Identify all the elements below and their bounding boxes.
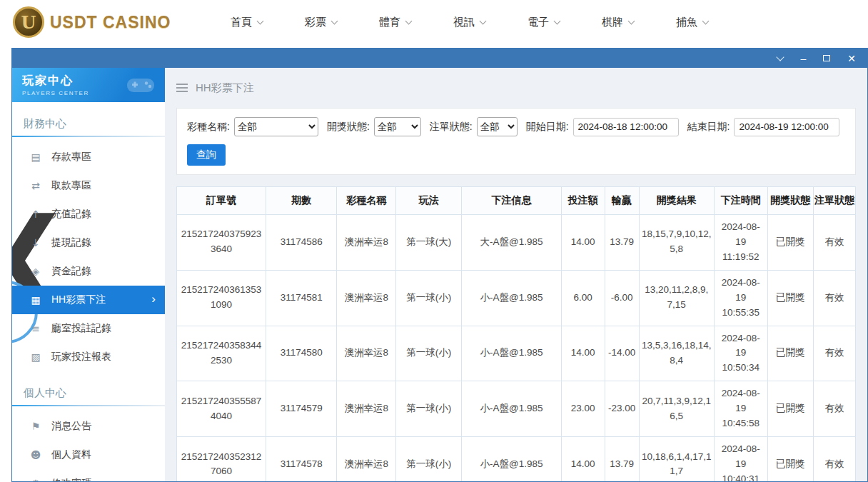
table-cell: 2024-08-19 10:55:35 [714, 270, 767, 326]
table-cell: 2024-08-19 11:19:52 [714, 215, 767, 271]
sidebar-item-room-bet-record[interactable]: ≡ 廳室投註記錄 [12, 314, 165, 343]
lottery-type-select[interactable]: 全部 [234, 117, 318, 136]
query-button[interactable]: 查詢 [187, 144, 226, 166]
table-cell: 20,7,11,3,9,12,16,5 [639, 381, 714, 437]
sidebar-item-withdraw-record[interactable]: ↓ 提現記錄 [12, 229, 165, 257]
table-cell: 2024-08-19 10:45:58 [714, 381, 767, 437]
sidebar-item-fund-record[interactable]: ◈ 資金記錄 [12, 257, 165, 286]
player-bet-report-icon: ▨ [29, 351, 42, 363]
window-maximize-button[interactable] [823, 55, 830, 61]
table-cell: 14.00 [561, 437, 605, 481]
chevron-down-icon [331, 17, 338, 24]
hamburger-menu-icon[interactable] [176, 87, 188, 89]
chevron-down-icon [702, 17, 710, 24]
table-cell: 小-A盤@1.985 [462, 437, 561, 481]
sidebar-item-recharge-record[interactable]: ↑ 充值記錄 [12, 200, 165, 229]
window-close-button[interactable]: ✕ [847, 54, 856, 64]
bets-table: 訂單號期數彩種名稱玩法下注信息投注額輸贏開獎結果下注時間開獎狀態注單狀態 215… [176, 186, 856, 481]
sidebar-item-label: 廳室投註記錄 [51, 322, 111, 335]
nav-item[interactable]: 電子 [506, 16, 580, 29]
nav-item[interactable]: 首頁 [209, 16, 283, 29]
end-date-label: 結束日期: [687, 121, 730, 134]
column-header: 開獎結果 [639, 187, 714, 215]
main-nav: 首頁 彩票 體育 視訊 電子 棋牌 捕魚 [209, 16, 729, 29]
sidebar-item-profile[interactable]: ☻ 個人資料 [12, 441, 165, 469]
sidebar-item-label: 充值記錄 [51, 208, 91, 221]
table-cell: 2024-08-19 10:50:34 [714, 326, 767, 381]
table-row: 215217240358344253031174580澳洲幸运8第一球(小)小-… [177, 326, 856, 381]
sidebar-item-change-password[interactable]: ⚙ 修改密碼 [12, 469, 165, 481]
table-cell: 第一球(小) [396, 437, 462, 481]
sidebar-item-deposit[interactable]: ▤ 存款專區 [12, 143, 165, 171]
table-cell: 31174578 [266, 437, 337, 481]
gamepad-icon [126, 76, 155, 94]
start-date-label: 開始日期: [526, 121, 569, 134]
table-cell: 第一球(小) [396, 270, 462, 326]
table-cell: 23.00 [561, 381, 605, 437]
nav-item[interactable]: 視訊 [432, 16, 506, 29]
column-header: 投注額 [561, 187, 605, 215]
sidebar-item-hh-lottery-bet[interactable]: ▦ HH彩票下注 [12, 286, 165, 314]
table-cell: 澳洲幸运8 [337, 437, 396, 481]
recharge-record-icon: ↑ [29, 209, 42, 220]
table-cell: 第一球(大) [396, 215, 462, 271]
maximize-icon [823, 55, 830, 61]
nav-item[interactable]: 捕魚 [655, 16, 729, 29]
start-date-input[interactable] [573, 118, 679, 136]
sidebar-item-player-bet-report[interactable]: ▨ 玩家投注報表 [12, 343, 165, 371]
sidebar-item-label: HH彩票下注 [51, 293, 106, 306]
sidebar-section: 個人中心 ⚑ 消息公告 ☻ 個人資料 ⚙ 修改密碼 [12, 380, 165, 481]
sidebar-menu: ▤ 存款專區 ⇄ 取款專區 ↑ 充值記錄 ↓ 提現記錄 ◈ 資金記錄 [12, 137, 165, 371]
table-row: 215217240355587404031174579澳洲幸运8第一球(小)小-… [177, 381, 856, 437]
sidebar-item-label: 修改密碼 [51, 477, 91, 481]
chevron-down-icon [554, 17, 561, 24]
order-status-select[interactable]: 全部 [477, 117, 518, 136]
table-row: 215217240375923364031174586澳洲幸运8第一球(大)大-… [177, 215, 856, 271]
sidebar-item-announcements[interactable]: ⚑ 消息公告 [12, 412, 165, 441]
column-header: 玩法 [396, 187, 462, 215]
sidebar-item-label: 個人資料 [51, 448, 91, 461]
table-cell: 已開獎 [767, 326, 813, 381]
draw-status-label: 開獎狀態: [327, 121, 370, 134]
sidebar-item-withdraw[interactable]: ⇄ 取款專區 [12, 171, 165, 200]
chevron-down-icon [405, 17, 413, 24]
table-cell: 2152172403759233640 [177, 215, 266, 271]
table-cell: 18,15,7,9,10,12,5,8 [639, 215, 714, 271]
nav-item[interactable]: 棋牌 [580, 16, 655, 29]
table-cell: 澳洲幸运8 [337, 270, 396, 326]
chevron-down-icon [257, 17, 264, 24]
window-titlebar[interactable]: – ✕ [12, 49, 867, 68]
sidebar: X 玩家中心 PLAYERS CENTER 財務中心 [12, 68, 165, 481]
table-cell: 小-A盤@1.985 [462, 270, 561, 326]
table-cell: 2152172403523127060 [177, 437, 266, 481]
brand-logo[interactable]: U USDT CASINO [13, 6, 171, 38]
page-title: HH彩票下注 [196, 81, 254, 95]
sidebar-item-label: 存款專區 [51, 151, 91, 164]
table-cell: 澳洲幸运8 [337, 215, 396, 271]
table-cell: 已開獎 [767, 215, 813, 271]
table-cell: 2152172403583442530 [177, 326, 266, 381]
table-cell: 澳洲幸运8 [337, 381, 396, 437]
window-collapse-button[interactable] [777, 57, 783, 60]
nav-item-label: 體育 [379, 16, 400, 29]
sidebar-section-heading: 財務中心 [12, 111, 165, 137]
table-cell: 13,5,3,16,18,14,8,4 [639, 326, 714, 381]
table-cell: 小-A盤@1.985 [462, 326, 561, 381]
table-cell: 2024-08-19 10:40:31 [714, 437, 767, 481]
profile-icon: ☻ [29, 449, 42, 461]
chevron-down-icon [628, 17, 635, 24]
sidebar-subtitle: PLAYERS CENTER [22, 90, 89, 96]
nav-item[interactable]: 彩票 [283, 16, 358, 29]
table-cell: 13.79 [605, 215, 639, 271]
top-navigation-bar: U USDT CASINO 首頁 彩票 體育 視訊 電子 棋牌 捕魚 [0, 0, 868, 44]
nav-item-label: 視訊 [453, 16, 475, 29]
window-minimize-button[interactable]: – [800, 54, 806, 64]
end-date-input[interactable] [734, 118, 839, 136]
column-header: 下注時間 [714, 187, 767, 215]
table-cell: 13,20,11,2,8,9,7,15 [639, 270, 714, 326]
table-cell: 13.79 [605, 437, 639, 481]
column-header: 訂單號 [177, 187, 266, 215]
draw-status-select[interactable]: 全部 [374, 117, 421, 136]
nav-item[interactable]: 體育 [358, 16, 432, 29]
sidebar-item-label: 取款專區 [51, 179, 91, 192]
